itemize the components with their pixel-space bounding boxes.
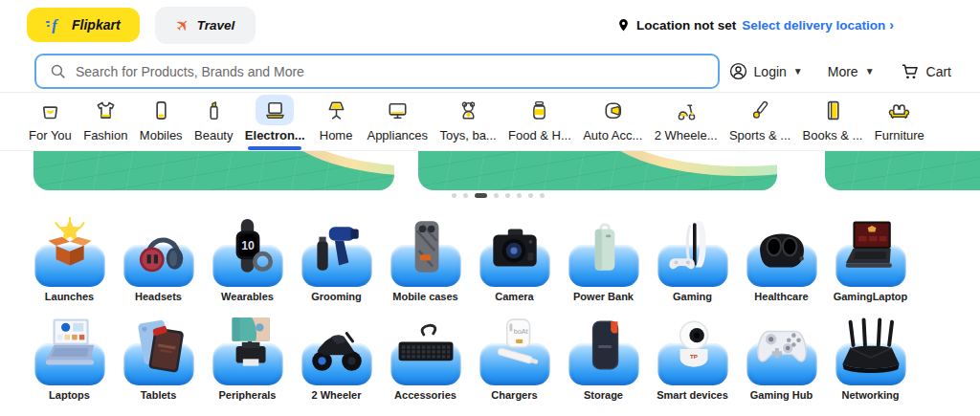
grid-item-tablets[interactable]: Tablets — [114, 313, 203, 401]
book-icon — [813, 95, 852, 125]
nav-item-books[interactable]: Books & ... — [803, 95, 863, 150]
controller-image — [750, 316, 813, 379]
camera-image — [483, 217, 546, 280]
tablet-image — [127, 316, 190, 379]
travel-button[interactable]: ✈ Travel — [155, 7, 256, 44]
carousel-dot[interactable] — [463, 193, 468, 198]
flipkart-logo-label: Flipkart — [72, 17, 121, 33]
lipstick-icon — [194, 95, 233, 125]
grid-item-chargers[interactable]: boAt Chargers — [470, 313, 559, 401]
nav-item-food[interactable]: Food & H... — [508, 95, 571, 150]
grid-row-2: Laptops Tablets — [25, 313, 980, 401]
grid-item-power-bank[interactable]: Power Bank — [559, 214, 648, 302]
nav-item-home[interactable]: Home — [317, 95, 355, 150]
nav-item-fashion[interactable]: Fashion — [83, 95, 127, 150]
grid-item-gaming[interactable]: Gaming — [648, 214, 737, 302]
nav-item-auto[interactable]: Auto Acc... — [583, 95, 642, 150]
svg-text:boAt: boAt — [513, 327, 527, 336]
bag-icon — [31, 95, 69, 125]
more-menu[interactable]: More ▼ — [828, 64, 875, 79]
banner-slide-left[interactable] — [33, 151, 394, 190]
nav-item-sports[interactable]: Sports & ... — [729, 95, 791, 150]
grid-item-healthcare[interactable]: Healthcare — [737, 214, 826, 302]
router-image — [837, 316, 904, 379]
grid-item-wearables[interactable]: 10 Wearables — [203, 214, 292, 302]
scooter-icon — [667, 95, 705, 125]
select-delivery-location-link[interactable]: Select delivery location › — [742, 17, 894, 33]
carousel-dot[interactable] — [494, 193, 499, 198]
nav-item-furniture[interactable]: Furniture — [875, 95, 924, 150]
nav-item-electronics[interactable]: Electron... — [245, 95, 305, 150]
teddy-icon — [449, 95, 487, 125]
banner-slide-center[interactable] — [418, 151, 777, 190]
grid-item-launches[interactable]: Launches — [25, 214, 114, 302]
svg-text:10: 10 — [241, 239, 255, 252]
headset-image — [127, 217, 190, 280]
nav-item-2wheeler[interactable]: 2 Wheele... — [655, 95, 718, 150]
grid-item-storage[interactable]: Storage — [559, 313, 648, 401]
grid-item-networking[interactable]: Networking — [826, 313, 915, 401]
nav-item-toys[interactable]: Toys, ba... — [439, 95, 496, 150]
grid-item-grooming[interactable]: Grooming — [292, 214, 381, 302]
nav-item-for-you[interactable]: For You — [29, 95, 72, 150]
laptop-image — [36, 316, 103, 379]
svg-text:TP: TP — [690, 353, 698, 360]
cricket-bat-icon — [741, 95, 779, 125]
grid-item-headsets[interactable]: Headsets — [114, 214, 203, 302]
chevron-down-icon: ▼ — [865, 66, 875, 77]
grid-item-camera[interactable]: Camera — [470, 214, 559, 302]
flipkart-logo-button[interactable]: f Flipkart — [27, 8, 140, 42]
charger-image: boAt — [483, 316, 546, 379]
smartwatch-image: 10 — [216, 217, 279, 280]
nav-item-appliances[interactable]: Appliances — [367, 95, 428, 150]
nav-item-mobiles[interactable]: Mobiles — [140, 95, 183, 150]
search-input[interactable] — [76, 64, 704, 79]
search-icon — [50, 63, 66, 79]
grid-item-peripherals[interactable]: Peripherals — [203, 313, 292, 401]
launch-box-image — [38, 217, 101, 280]
carousel-dot-active[interactable] — [475, 193, 487, 198]
console-image — [661, 217, 724, 280]
cart-button[interactable]: Cart — [900, 62, 951, 81]
grid-item-accessories[interactable]: Accessories — [381, 313, 470, 401]
svg-text:f: f — [52, 16, 59, 33]
grid-item-laptops[interactable]: Laptops — [25, 313, 114, 401]
chevron-right-icon: › — [889, 17, 894, 33]
carousel-dot[interactable] — [517, 193, 522, 198]
carousel-dot[interactable] — [452, 193, 457, 198]
grid-item-mobile-cases[interactable]: Mobile cases — [381, 214, 470, 302]
location-status: Location not set — [636, 18, 736, 33]
gaming-laptop-image — [837, 217, 904, 280]
nav-item-beauty[interactable]: Beauty — [194, 95, 233, 150]
carousel-dots — [0, 193, 980, 198]
search-bar[interactable] — [34, 54, 720, 89]
jar-icon — [521, 95, 559, 125]
grid-row-1: Launches Headsets 10 — [25, 214, 980, 302]
monitor-printer-image — [216, 316, 279, 379]
grid-item-2-wheeler[interactable]: 2 Wheeler — [292, 313, 381, 401]
plane-icon: ✈ — [170, 13, 194, 37]
category-nav: For You Fashion Mobiles Beauty Electron.… — [0, 92, 980, 151]
laptop-icon — [256, 95, 294, 125]
carousel-dot[interactable] — [528, 193, 533, 198]
location-bar: Location not set Select delivery locatio… — [616, 17, 894, 33]
grid-item-smart-devices[interactable]: TP Smart devices — [648, 313, 737, 401]
user-icon — [729, 62, 747, 80]
hairdryer-image — [305, 217, 368, 280]
keyboard-image — [392, 316, 459, 379]
carousel-dot[interactable] — [540, 193, 545, 198]
phone-icon — [142, 95, 180, 125]
banner-slide-right[interactable] — [825, 151, 980, 190]
category-grid: Launches Headsets 10 — [0, 193, 980, 401]
phone-case-image — [394, 217, 457, 280]
cart-label: Cart — [926, 64, 951, 79]
sofa-icon — [880, 95, 919, 125]
carousel-dot[interactable] — [505, 193, 510, 198]
login-menu[interactable]: Login ▼ — [729, 62, 803, 80]
motorcycle-image — [305, 316, 368, 379]
grid-item-gaming-hub[interactable]: Gaming Hub — [737, 313, 826, 401]
active-tab-underline — [248, 146, 301, 150]
tv-icon — [378, 95, 416, 125]
grid-item-gaming-laptop[interactable]: GamingLaptop — [826, 214, 915, 302]
massager-image — [750, 217, 813, 280]
